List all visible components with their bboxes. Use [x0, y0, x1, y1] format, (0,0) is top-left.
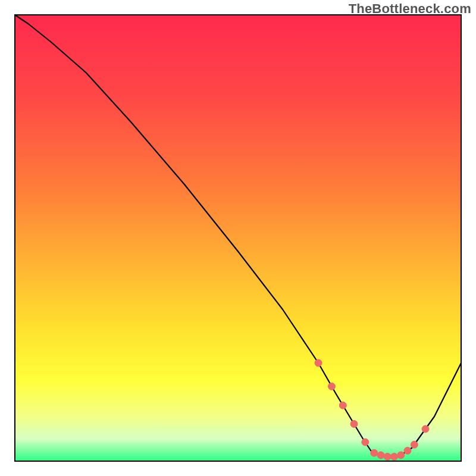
watermark-text: TheBottleneck.com	[349, 1, 471, 17]
optimal-marker	[371, 449, 378, 456]
optimal-marker	[339, 402, 346, 409]
optimal-marker	[377, 452, 384, 459]
optimal-marker	[422, 425, 429, 433]
optimal-marker	[397, 452, 405, 459]
optimal-marker	[411, 441, 418, 448]
optimal-marker	[404, 447, 411, 455]
optimal-marker	[384, 453, 391, 461]
gradient-background	[15, 15, 461, 461]
optimal-marker	[391, 453, 398, 461]
optimal-marker	[350, 421, 358, 428]
optimal-marker	[328, 383, 336, 390]
optimal-marker	[315, 359, 322, 367]
optimal-marker	[362, 439, 369, 446]
chart-canvas	[0, 0, 476, 476]
